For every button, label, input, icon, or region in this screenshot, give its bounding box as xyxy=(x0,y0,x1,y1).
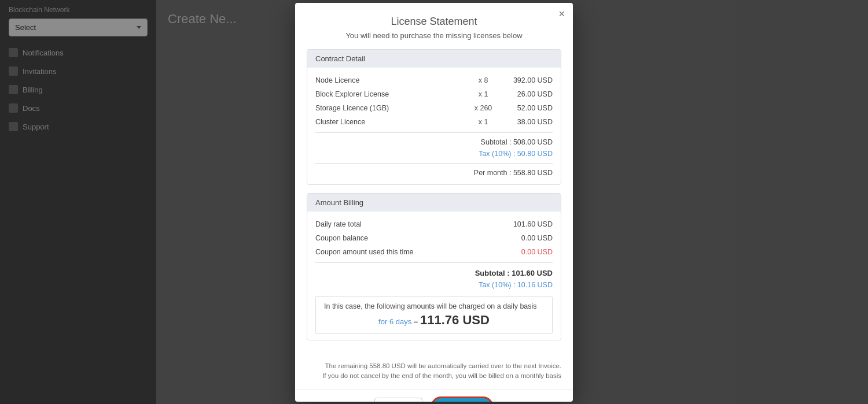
contract-divider xyxy=(315,132,553,133)
license-statement-modal: × License Statement You will need to pur… xyxy=(295,3,573,402)
block-explorer-qty: x 1 xyxy=(466,90,501,98)
cluster-licence-price: 38.00 USD xyxy=(501,118,553,126)
block-explorer-price: 26.00 USD xyxy=(501,90,553,98)
line-item-storage: Storage Licence (1GB) x 260 52.00 USD xyxy=(315,101,553,115)
modal-actions: Cancel Purchase xyxy=(295,389,573,402)
cluster-licence-label: Cluster Licence xyxy=(315,118,466,126)
daily-amount: 111.76 USD xyxy=(420,313,490,327)
footer-note: The remaining 558.80 USD will be automat… xyxy=(295,358,573,390)
billing-daily-rate: Daily rate total 101.60 USD xyxy=(315,217,553,231)
close-button[interactable]: × xyxy=(558,9,565,19)
daily-rate-label: Daily rate total xyxy=(315,220,362,228)
daily-days: for 6 days xyxy=(378,317,411,326)
billing-coupon-balance: Coupon balance 0.00 USD xyxy=(315,231,553,245)
footer-note-line2: If you do not cancel by the end of the m… xyxy=(307,371,561,381)
cluster-licence-qty: x 1 xyxy=(466,118,501,126)
contract-tax: Tax (10%) : 50.80 USD xyxy=(315,148,553,160)
billing-coupon-used: Coupon amount used this time 0.00 USD xyxy=(315,245,553,259)
contract-subtotal: Subtotal : 508.00 USD xyxy=(315,136,553,148)
cancel-button[interactable]: Cancel xyxy=(374,398,422,402)
contract-per-month: Per month : 558.80 USD xyxy=(315,167,553,179)
line-item-cluster: Cluster Licence x 1 38.00 USD xyxy=(315,115,553,129)
contract-divider2 xyxy=(315,163,553,164)
contract-detail-header: Contract Detail xyxy=(307,50,561,68)
node-licence-price: 392.00 USD xyxy=(501,76,553,84)
storage-licence-label: Storage Licence (1GB) xyxy=(315,104,466,112)
line-item-node: Node Licence x 8 392.00 USD xyxy=(315,73,553,87)
block-explorer-label: Block Explorer License xyxy=(315,90,466,98)
coupon-balance-label: Coupon balance xyxy=(315,234,368,242)
contract-detail-section: Contract Detail Node Licence x 8 392.00 … xyxy=(307,49,561,185)
coupon-used-label: Coupon amount used this time xyxy=(315,248,414,256)
line-item-block-explorer: Block Explorer License x 1 26.00 USD xyxy=(315,87,553,101)
amount-billing-body: Daily rate total 101.60 USD Coupon balan… xyxy=(307,212,561,340)
footer-note-line1: The remaining 558.80 USD will be automat… xyxy=(307,361,561,371)
modal-subtitle: You will need to purchase the missing li… xyxy=(295,31,573,49)
contract-detail-body: Node Licence x 8 392.00 USD Block Explor… xyxy=(307,68,561,184)
modal-body: Contract Detail Node Licence x 8 392.00 … xyxy=(295,49,573,358)
node-licence-label: Node Licence xyxy=(315,76,466,84)
coupon-used-value: 0.00 USD xyxy=(521,248,553,256)
daily-rate-value: 101.60 USD xyxy=(513,220,553,228)
storage-licence-price: 52.00 USD xyxy=(501,104,553,112)
node-licence-qty: x 8 xyxy=(466,76,501,84)
amount-billing-header: Amount Billing xyxy=(307,194,561,212)
daily-box-main: for 6 days = 111.76 USD xyxy=(324,313,544,328)
storage-licence-qty: x 260 xyxy=(466,104,501,112)
coupon-balance-value: 0.00 USD xyxy=(521,234,553,242)
modal-title: License Statement xyxy=(295,3,573,31)
billing-divider xyxy=(315,262,553,263)
billing-subtotal: Subtotal : 101.60 USD xyxy=(315,266,553,280)
billing-tax: Tax (10%) : 10.16 USD xyxy=(315,280,553,290)
purchase-button[interactable]: Purchase xyxy=(431,396,494,402)
daily-eq: = xyxy=(414,317,418,326)
daily-box-text: In this case, the following amounts will… xyxy=(324,302,544,310)
amount-billing-section: Amount Billing Daily rate total 101.60 U… xyxy=(307,193,561,340)
modal-overlay: × License Statement You will need to pur… xyxy=(0,0,868,404)
daily-charge-box: In this case, the following amounts will… xyxy=(315,296,553,334)
